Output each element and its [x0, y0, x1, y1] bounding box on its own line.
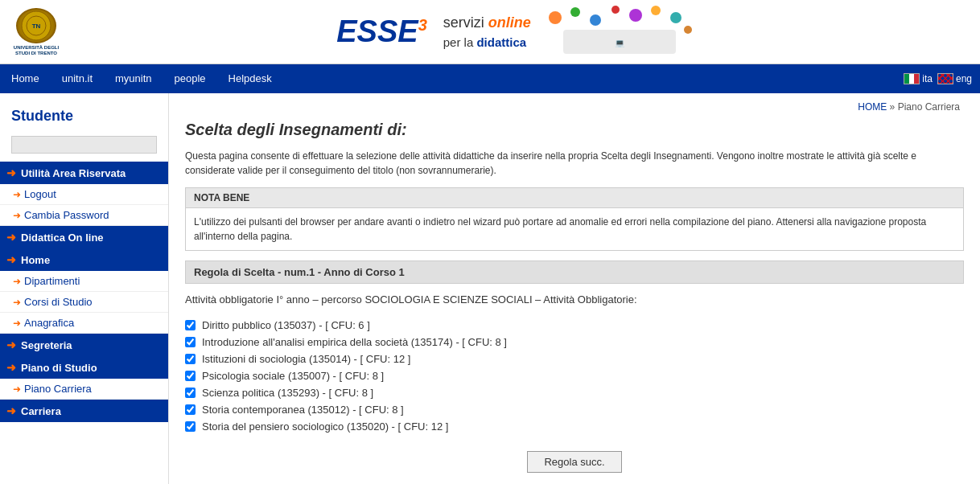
arrow-icon-didattica: ➜ — [6, 231, 16, 244]
course-label-6: Storia del pensiero sociologico (135020)… — [202, 420, 448, 433]
list-item: Psicologia sociale (135007) - [ CFU: 8 ] — [185, 367, 964, 384]
per-la-text: per la — [443, 35, 477, 49]
nota-bene-box: NOTA BENE L'utilizzo dei pulsanti del br… — [185, 187, 964, 251]
arrow-icon-segreteria: ➜ — [6, 338, 16, 351]
arrow-icon-utilita: ➜ — [6, 166, 16, 179]
svg-point-6 — [611, 6, 620, 14]
sidebar-dipartimenti-label: Dipartimenti — [24, 275, 80, 287]
sidebar-item-logout[interactable]: ➜ Logout — [0, 184, 168, 205]
sidebar-anagrafica-label: Anagrafica — [24, 317, 74, 329]
nav-unitn[interactable]: unitn.it — [51, 64, 104, 93]
svg-point-5 — [590, 14, 601, 26]
sidebar-section-segreteria: ➜ Segreteria — [0, 334, 168, 356]
sub-arrow-piano-carriera: ➜ — [13, 384, 21, 395]
nav-home[interactable]: Home — [0, 64, 51, 93]
sidebar-label-carriera: Carriera — [21, 405, 61, 417]
nav-people[interactable]: people — [163, 64, 217, 93]
sidebar-section-utilita: ➜ Utilità Area Riservata ➜ Logout ➜ Camb… — [0, 162, 168, 226]
sidebar-section-didattica: ➜ Didattica On line — [0, 226, 168, 248]
lang-eng-btn[interactable]: eng — [937, 73, 972, 84]
nota-bene-header: NOTA BENE — [186, 188, 963, 208]
sidebar-item-piano-carriera[interactable]: ➜ Piano Carriera — [0, 379, 168, 400]
uni-logo: TN UNIVERSITÀ DEGLI STUDI DI TRENTO — [8, 8, 64, 56]
sub-arrow-dipartimenti: ➜ — [13, 276, 21, 287]
regola-succ-button[interactable]: Regola succ. — [527, 451, 621, 473]
sidebar-corsi-studio-label: Corsi di Studio — [24, 296, 93, 308]
flag-ita-icon — [904, 73, 920, 84]
esse3-subtitle-line2: per la didattica — [443, 34, 531, 51]
list-item: Storia contemporanea (135012) - [ CFU: 8… — [185, 401, 964, 418]
mandatory-label: Attività obbligatorie I° anno – percorso… — [185, 290, 964, 309]
logo-area: TN UNIVERSITÀ DEGLI STUDI DI TRENTO — [8, 8, 64, 56]
sidebar-header-utilita[interactable]: ➜ Utilità Area Riservata — [0, 162, 168, 184]
esse3-logo-text: ESSE3 — [336, 14, 427, 49]
sidebar-item-cambia-password[interactable]: ➜ Cambia Password — [0, 205, 168, 226]
decorative-icons: 💻 — [539, 6, 700, 58]
sidebar-label-piano-studio: Piano di Studio — [21, 362, 97, 374]
course-label-1: Introduzione all'analisi empirica della … — [202, 336, 507, 348]
navbar: Home unitn.it myunitn people Helpdesk it… — [0, 64, 980, 93]
breadcrumb: HOME » Piano Carriera — [185, 101, 964, 113]
sidebar-section-home: ➜ Home ➜ Dipartimenti ➜ Corsi di Studio … — [0, 248, 168, 334]
sidebar-header-segreteria[interactable]: ➜ Segreteria — [0, 334, 168, 356]
sidebar-item-anagrafica[interactable]: ➜ Anagrafica — [0, 313, 168, 334]
sidebar-header-piano-studio[interactable]: ➜ Piano di Studio — [0, 356, 168, 379]
list-item: Introduzione all'analisi empirica della … — [185, 334, 964, 351]
student-search-input[interactable] — [11, 136, 157, 154]
online-text: online — [488, 14, 531, 31]
course-checkbox-4[interactable] — [185, 388, 196, 398]
rule-header: Regola di Scelta - num.1 - Anno di Corso… — [185, 260, 964, 284]
sidebar-item-dipartimenti[interactable]: ➜ Dipartimenti — [0, 271, 168, 292]
sidebar-section-carriera: ➜ Carriera — [0, 400, 168, 422]
courses-list: Diritto pubblico (135037) - [ CFU: 6 ]In… — [185, 317, 964, 435]
svg-text:TN: TN — [32, 23, 41, 30]
course-checkbox-3[interactable] — [185, 371, 196, 381]
flag-eng-icon — [937, 73, 953, 84]
arrow-icon-carriera: ➜ — [6, 404, 16, 417]
course-checkbox-5[interactable] — [185, 404, 196, 415]
sidebar-section-piano-studio: ➜ Piano di Studio ➜ Piano Carriera — [0, 356, 168, 400]
sub-arrow-logout: ➜ — [13, 189, 21, 200]
course-label-4: Scienza politica (135293) - [ CFU: 8 ] — [202, 387, 373, 399]
lang-ita-btn[interactable]: ita — [904, 73, 933, 84]
lang-ita-label: ita — [922, 73, 933, 84]
list-item: Scienza politica (135293) - [ CFU: 8 ] — [185, 384, 964, 401]
course-label-5: Storia contemporanea (135012) - [ CFU: 8… — [202, 404, 404, 416]
sub-arrow-anagrafica: ➜ — [13, 318, 21, 329]
sidebar-label-utilita: Utilità Area Riservata — [21, 167, 126, 179]
uni-name-text: UNIVERSITÀ DEGLI STUDI DI TRENTO — [8, 45, 64, 55]
svg-point-4 — [570, 7, 580, 17]
list-item: Diritto pubblico (135037) - [ CFU: 6 ] — [185, 317, 964, 334]
course-checkbox-6[interactable] — [185, 421, 196, 432]
sidebar-label-didattica: Didattica On line — [21, 232, 104, 244]
breadcrumb-separator: » — [890, 101, 898, 113]
course-checkbox-0[interactable] — [185, 320, 196, 330]
breadcrumb-home[interactable]: HOME — [858, 101, 887, 113]
course-checkbox-1[interactable] — [185, 337, 196, 347]
didattica-text: didattica — [476, 35, 526, 49]
list-item: Istituzioni di sociologia (135014) - [ C… — [185, 351, 964, 367]
sub-arrow-corsi-studio: ➜ — [13, 297, 21, 308]
lang-eng-label: eng — [956, 73, 972, 84]
servizi-text: servizi — [443, 14, 488, 31]
sidebar-header-didattica[interactable]: ➜ Didattica On line — [0, 226, 168, 248]
sidebar: Studente ➜ Utilità Area Riservata ➜ Logo… — [0, 93, 169, 484]
nav-myunitn[interactable]: myunitn — [104, 64, 163, 93]
student-label: Studente — [0, 101, 168, 131]
sidebar-cambia-password-label: Cambia Password — [24, 209, 109, 221]
sidebar-item-corsi-studio[interactable]: ➜ Corsi di Studio — [0, 292, 168, 313]
esse3-subtitle-line1: servizi online — [443, 13, 531, 33]
sidebar-piano-carriera-label: Piano Carriera — [24, 383, 92, 395]
layout: Studente ➜ Utilità Area Riservata ➜ Logo… — [0, 93, 980, 484]
esse3-sup: 3 — [418, 16, 427, 34]
header: TN UNIVERSITÀ DEGLI STUDI DI TRENTO ESSE… — [0, 0, 980, 64]
svg-point-9 — [670, 12, 681, 23]
svg-point-10 — [684, 26, 692, 34]
sidebar-header-carriera[interactable]: ➜ Carriera — [0, 400, 168, 422]
course-checkbox-2[interactable] — [185, 354, 196, 364]
sidebar-label-home: Home — [21, 254, 50, 266]
sidebar-header-home[interactable]: ➜ Home — [0, 248, 168, 271]
nav-helpdesk[interactable]: Helpdesk — [217, 64, 283, 93]
svg-point-3 — [549, 11, 562, 24]
svg-point-8 — [651, 6, 661, 15]
